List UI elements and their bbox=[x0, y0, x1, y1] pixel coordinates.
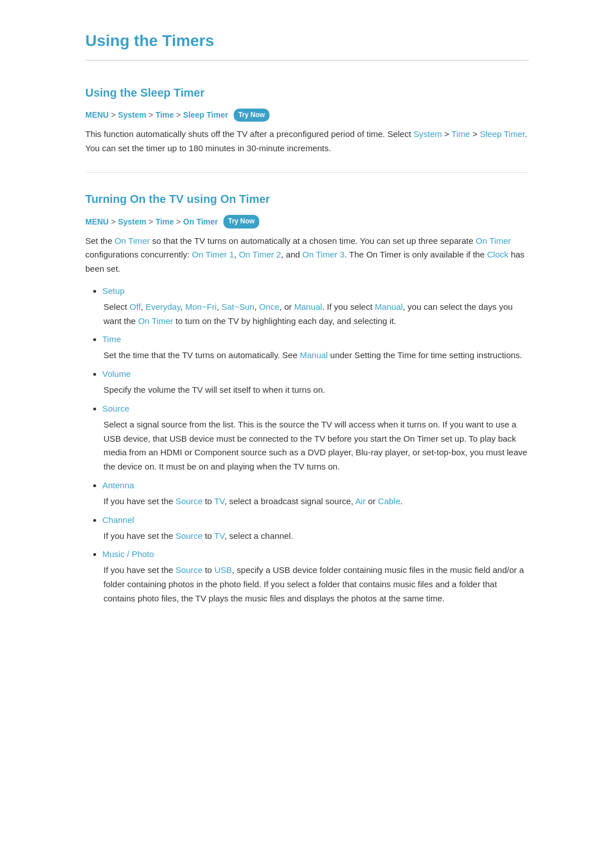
menu-item-menu[interactable]: MENU bbox=[85, 109, 109, 121]
menu-item-system-1[interactable]: System bbox=[118, 109, 146, 121]
bullet-time: Time Set the time that the TV turns on a… bbox=[102, 333, 529, 363]
bullet-channel: Channel If you have set the Source to TV… bbox=[102, 513, 529, 543]
bullet-time-desc: Set the time that the TV turns on automa… bbox=[102, 348, 529, 363]
page-title: Using the Timers bbox=[85, 28, 529, 61]
bullet-antenna-desc: If you have set the Source to TV, select… bbox=[102, 495, 529, 509]
on-timer-menu-path: MENU > System > Time > On Timer Try Now bbox=[85, 215, 529, 228]
link-source-antenna[interactable]: Source bbox=[176, 496, 203, 506]
on-timer-bullet-list: Setup Select Off, Everyday, Mon~Fri, Sat… bbox=[102, 284, 529, 606]
link-mon-fri[interactable]: Mon~Fri bbox=[185, 302, 217, 312]
section-divider bbox=[85, 172, 529, 173]
link-time-1[interactable]: Time bbox=[451, 129, 470, 139]
link-sleep-timer[interactable]: Sleep Timer bbox=[480, 129, 525, 139]
link-on-timer-1[interactable]: On Timer bbox=[115, 236, 150, 246]
link-on-timer-2[interactable]: On Timer bbox=[476, 236, 511, 246]
link-manual-1[interactable]: Manual bbox=[294, 302, 322, 312]
sleep-timer-menu-path: MENU > System > Time > Sleep Timer Try N… bbox=[85, 109, 529, 122]
bullet-setup-desc: Select Off, Everyday, Mon~Fri, Sat~Sun, … bbox=[102, 300, 529, 329]
bullet-channel-title[interactable]: Channel bbox=[102, 513, 529, 527]
bullet-volume-title[interactable]: Volume bbox=[102, 367, 529, 381]
link-source-usb[interactable]: Source bbox=[176, 565, 203, 575]
try-now-badge-2[interactable]: Try Now bbox=[223, 215, 259, 228]
arrow-4: > bbox=[111, 215, 115, 228]
bullet-volume: Volume Specify the volume the TV will se… bbox=[102, 367, 529, 397]
link-manual-2[interactable]: Manual bbox=[375, 302, 403, 312]
arrow-5: > bbox=[148, 215, 153, 228]
try-now-badge-1[interactable]: Try Now bbox=[234, 109, 269, 122]
bullet-channel-desc: If you have set the Source to TV, select… bbox=[102, 529, 529, 543]
on-timer-intro: Set the On Timer so that the TV turns on… bbox=[85, 234, 529, 276]
sleep-timer-section: Using the Sleep Timer MENU > System > Ti… bbox=[85, 84, 529, 156]
arrow-3: > bbox=[176, 109, 181, 121]
sleep-timer-heading: Using the Sleep Timer bbox=[85, 84, 529, 102]
link-on-timer-1-label[interactable]: On Timer 1 bbox=[192, 250, 234, 259]
link-clock[interactable]: Clock bbox=[487, 250, 509, 259]
bullet-source: Source Select a signal source from the l… bbox=[102, 402, 529, 474]
bullet-source-title[interactable]: Source bbox=[102, 402, 529, 416]
link-on-timer-setup[interactable]: On Timer bbox=[138, 316, 173, 326]
page-container: Using the Timers Using the Sleep Timer M… bbox=[51, 0, 563, 656]
menu-item-time-1[interactable]: Time bbox=[155, 109, 173, 121]
link-cable[interactable]: Cable bbox=[378, 496, 400, 506]
link-on-timer-3-label[interactable]: On Timer 3 bbox=[302, 250, 345, 259]
bullet-antenna: Antenna If you have set the Source to TV… bbox=[102, 479, 529, 509]
menu-item-menu-2[interactable]: MENU bbox=[85, 215, 109, 228]
sleep-timer-body: This function automatically shuts off th… bbox=[85, 127, 529, 156]
link-on-timer-2-label[interactable]: On Timer 2 bbox=[239, 250, 281, 259]
arrow-6: > bbox=[176, 215, 181, 228]
link-tv-channel[interactable]: TV bbox=[214, 531, 225, 541]
menu-item-on-timer[interactable]: On Timer bbox=[183, 215, 218, 228]
arrow-2: > bbox=[148, 109, 153, 121]
arrow-1: > bbox=[111, 109, 115, 121]
menu-item-time-2[interactable]: Time bbox=[155, 215, 173, 228]
bullet-setup-title[interactable]: Setup bbox=[102, 284, 529, 298]
bullet-source-desc: Select a signal source from the list. Th… bbox=[102, 418, 529, 474]
bullet-time-title[interactable]: Time bbox=[102, 333, 529, 346]
link-usb[interactable]: USB bbox=[214, 565, 232, 575]
bullet-music-photo: Music / Photo If you have set the Source… bbox=[102, 547, 529, 605]
link-source-channel[interactable]: Source bbox=[176, 531, 203, 541]
link-air[interactable]: Air bbox=[355, 496, 366, 506]
link-once[interactable]: Once bbox=[259, 302, 280, 312]
link-system-1[interactable]: System bbox=[413, 129, 442, 139]
link-tv-antenna[interactable]: TV bbox=[214, 496, 225, 506]
link-everyday[interactable]: Everyday bbox=[146, 302, 180, 312]
bullet-setup: Setup Select Off, Everyday, Mon~Fri, Sat… bbox=[102, 284, 529, 329]
link-sat-sun[interactable]: Sat~Sun bbox=[221, 302, 254, 312]
menu-item-system-2[interactable]: System bbox=[118, 215, 146, 228]
link-off[interactable]: Off bbox=[130, 302, 141, 312]
bullet-music-photo-title[interactable]: Music / Photo bbox=[102, 547, 529, 561]
link-manual-time[interactable]: Manual bbox=[300, 350, 327, 360]
on-timer-section: Turning On the TV using On Timer MENU > … bbox=[85, 190, 529, 605]
bullet-music-photo-desc: If you have set the Source to USB, speci… bbox=[102, 563, 529, 605]
on-timer-heading: Turning On the TV using On Timer bbox=[85, 190, 529, 208]
menu-item-sleep-timer[interactable]: Sleep Timer bbox=[183, 109, 228, 121]
bullet-antenna-title[interactable]: Antenna bbox=[102, 479, 529, 492]
bullet-volume-desc: Specify the volume the TV will set itsel… bbox=[102, 383, 529, 397]
